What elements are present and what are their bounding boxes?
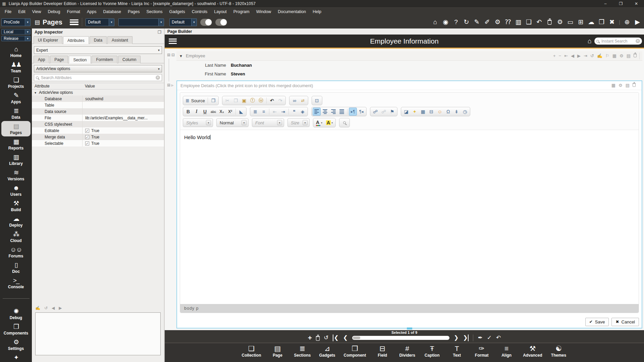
add-record-icon[interactable]: + [553, 53, 556, 59]
attribute-row[interactable]: Table ✓ [32, 102, 164, 108]
sidebar-item-components[interactable]: ❒ Components [0, 321, 32, 337]
outdent-icon[interactable]: ⇤ [271, 108, 279, 116]
trash-icon[interactable] [544, 17, 555, 27]
remove-record-icon[interactable]: − [559, 53, 561, 59]
refresh-icon[interactable]: ↺ [324, 335, 328, 341]
prev-record-icon[interactable]: ❮ [343, 335, 348, 341]
replace-icon[interactable]: ⇄ [299, 97, 307, 105]
menu-debug[interactable]: Debug [45, 9, 64, 14]
sidebar-item-projects[interactable]: ❏ Projects [0, 75, 32, 90]
trash-icon[interactable] [316, 336, 320, 341]
font-dropdown[interactable]: Font ▾ [252, 118, 284, 127]
tab-ui-explorer[interactable]: UI Explorer [34, 36, 62, 44]
trash-icon[interactable] [633, 82, 636, 89]
edit-file-icon[interactable]: ✎ [472, 17, 482, 27]
dock-component[interactable]: ❒ Component [344, 344, 366, 362]
edit-record-icon[interactable]: ✍ [35, 306, 40, 310]
sidebar-item-library[interactable]: ▥ Library [0, 152, 32, 167]
bullet-list-icon[interactable]: ≡ [260, 108, 268, 116]
release-dropdown[interactable]: Release ▾ [1, 36, 31, 41]
preview-eye-icon[interactable]: ◉ [440, 17, 451, 27]
refresh-icon[interactable]: ↺ [590, 53, 594, 59]
attribute-value[interactable]: True [91, 141, 99, 146]
preview-icon[interactable] [340, 119, 348, 127]
dock-sections[interactable]: ≣ Sections [294, 344, 311, 362]
options-dropdown[interactable]: ArticleView options ▾ [34, 65, 162, 72]
sidebar-item-debug[interactable]: ✺ Debug [0, 306, 32, 321]
flag-icon[interactable]: ⚐ [605, 53, 609, 59]
menu-pages[interactable]: Pages [124, 9, 143, 14]
page-menu-icon[interactable] [169, 39, 177, 44]
attribute-row[interactable]: Database ✓ southwind [32, 96, 164, 102]
insert-image-icon[interactable]: ◪ [402, 108, 410, 116]
menu-view[interactable]: View [29, 9, 45, 14]
style-dropdown-3[interactable]: Default ▾ [169, 18, 197, 26]
paste-icon[interactable]: ▣ [240, 97, 248, 105]
dock-caption[interactable]: Ŧ Caption [424, 344, 440, 362]
attribute-row[interactable]: CSS stylesheet ✓ [32, 121, 164, 127]
minimize-button[interactable]: – [598, 0, 613, 7]
services-gears-icon[interactable]: ⚙ [492, 17, 503, 27]
dock-format[interactable]: ✑ Format [473, 344, 490, 362]
horizontal-rule-icon[interactable]: ⊟ [427, 108, 435, 116]
cloud-upload-icon[interactable]: ☁ [586, 17, 596, 27]
gear-icon[interactable]: ⚙ [620, 53, 624, 59]
sidebar-item-pages[interactable]: ▤ Pages [1, 121, 31, 136]
maximize-button[interactable]: ❐ [613, 0, 629, 7]
print-icon[interactable]: ▤ [627, 53, 631, 59]
strikethrough-button[interactable]: abc [209, 108, 217, 116]
local-dropdown[interactable]: Local ▾ [1, 29, 31, 35]
attribute-group-row[interactable]: ▾ ArticleView options [32, 89, 164, 96]
link-icon[interactable]: ☍ [371, 108, 379, 116]
attribute-row[interactable]: File ✓ lib:/articles\Examples__data_mer.… [32, 115, 164, 121]
sidebar-item-reports[interactable]: ▦ Reports [0, 136, 32, 152]
close-button[interactable]: ✕ [629, 0, 644, 7]
ordered-list-icon[interactable]: ≣ [251, 108, 259, 116]
refresh-icon[interactable]: ↺ [44, 306, 48, 310]
page-break-icon[interactable]: ⇟ [452, 108, 461, 116]
dock-text[interactable]: T Text [448, 344, 465, 362]
tab-page[interactable]: Page [50, 56, 68, 63]
record-scrollbar[interactable] [352, 336, 449, 340]
find-icon[interactable]: ∞ [290, 97, 299, 105]
procode-dropdown[interactable]: ProCode ▾ [1, 18, 31, 26]
menu-gadgets[interactable]: Gadgets [166, 9, 188, 14]
blockquote-icon[interactable]: ❝ [290, 108, 298, 116]
run-icon[interactable]: ▶ [632, 17, 643, 27]
settings-gear-icon[interactable]: ⚙ [555, 17, 565, 27]
close-app-icon[interactable]: ✖ [607, 17, 617, 27]
sidebar-item-settings[interactable]: ⚙ Settings [0, 337, 32, 352]
text-color-button[interactable]: A ▾ [314, 119, 324, 127]
div-container-icon[interactable]: ◈ [299, 108, 307, 116]
text-direction-rtl-icon[interactable]: ¶◂ [357, 108, 365, 116]
undo-icon[interactable]: ↶ [534, 17, 544, 27]
sidebar-item-team[interactable]: ♟♟ Team [0, 59, 32, 75]
add-record-icon[interactable]: + [308, 335, 312, 341]
scrollbar-thumb[interactable] [353, 337, 360, 339]
toolbar-separator[interactable]: | [617, 17, 622, 27]
section-collapse-icon[interactable]: ▼ [179, 54, 183, 58]
tab-assistant[interactable]: Assistant [107, 36, 132, 44]
edit-icon[interactable]: ✍ [597, 53, 602, 59]
attribute-row[interactable]: Selectable ✓ True [32, 140, 164, 146]
copy-icon[interactable]: ❐ [232, 97, 240, 105]
align-right-button[interactable] [329, 108, 337, 116]
first-record-icon[interactable]: ⇤ [564, 53, 568, 59]
menu-program[interactable]: Program [230, 9, 253, 14]
keyboard-icon[interactable]: ▦ [612, 53, 616, 59]
select-all-icon[interactable]: ⊡ [313, 97, 321, 105]
redo-icon[interactable]: ↷ [276, 97, 284, 105]
help-shield-icon[interactable]: ? [451, 17, 461, 27]
attribute-row[interactable]: Data source ✓ [32, 108, 164, 115]
special-char-icon[interactable]: Ω [444, 108, 452, 116]
library-books-icon[interactable]: ▥ [513, 17, 524, 27]
prev-record-icon[interactable]: ◀ [52, 306, 55, 310]
sidebar-item-cloud[interactable]: ⁂ Cloud [0, 229, 32, 244]
sidebar-item-console[interactable]: >_ Console [0, 275, 32, 291]
expand-all-icon[interactable]: ⊞ [167, 53, 170, 57]
save-button[interactable]: ✔ Save [585, 318, 609, 326]
expand-section-icon[interactable]: ⊞ [167, 83, 170, 87]
menu-sections[interactable]: Sections [143, 9, 166, 14]
next-record-icon[interactable]: ▶ [577, 53, 581, 59]
dock-collection[interactable]: ❏ Collection [241, 344, 261, 362]
